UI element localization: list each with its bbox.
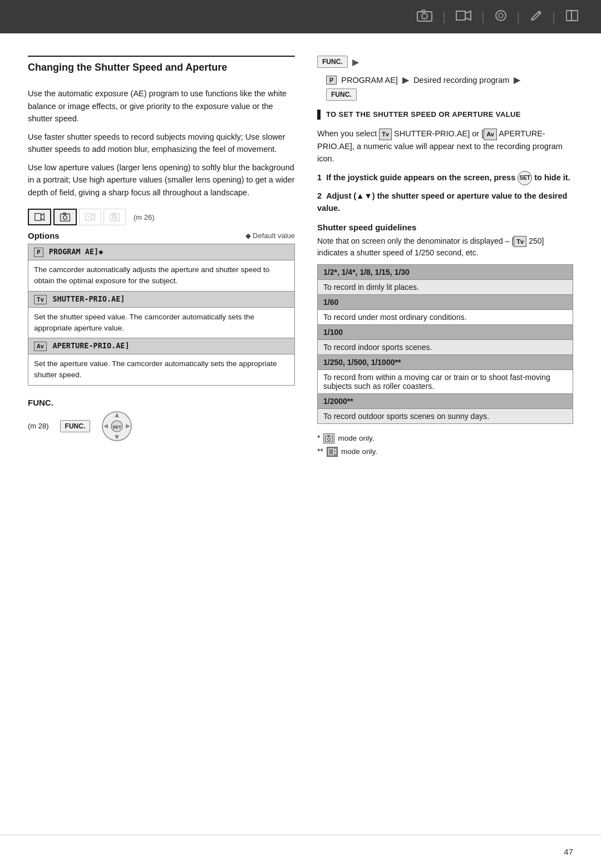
option-group-3: Av APERTURE-PRIO.AE] Set the aperture va… xyxy=(28,338,295,386)
option-group-1: P PROGRAM AE]◆ The camcorder automatical… xyxy=(28,244,295,292)
speed-value-0: 1/2*, 1/4*, 1/8, 1/15, 1/30 xyxy=(318,265,573,280)
program-ae-text: PROGRAM AE] xyxy=(341,76,398,85)
camera-icon xyxy=(417,9,432,25)
svg-point-23 xyxy=(328,438,331,441)
page-ref-26: (m 26) xyxy=(134,213,155,221)
footnote-2-icon xyxy=(327,447,338,457)
arrow-right-1: ▶ xyxy=(352,57,359,67)
mode-icon-video xyxy=(28,209,51,225)
book-icon xyxy=(565,9,579,24)
right-column: FUNC. ▶ P PROGRAM AE] ▶ Desired recordin… xyxy=(317,56,573,812)
speed-desc-2: To record indoor sports scenes. xyxy=(318,340,573,355)
top-bar: | | | | xyxy=(0,0,601,33)
svg-point-3 xyxy=(496,11,506,21)
to-set-content: To set the shutter speed or aperture val… xyxy=(326,110,573,120)
tv-icon: Tv xyxy=(379,129,392,140)
svg-rect-5 xyxy=(35,214,41,221)
footnotes: * mode only. ** m xyxy=(317,432,573,458)
speed-table-header-1: 1/60 xyxy=(318,295,573,310)
speed-value-4: 1/2000** xyxy=(318,394,573,409)
default-value-text: ◆ Default value xyxy=(245,231,295,240)
speed-table-desc-0: To record in dimly lit places. xyxy=(318,280,573,295)
func-btn-right[interactable]: FUNC. xyxy=(317,56,348,68)
func-label: FUNC. xyxy=(28,398,295,407)
page-number: 47 xyxy=(564,847,573,856)
joystick-icon: SET xyxy=(101,411,132,442)
mode-icon-4 xyxy=(104,209,126,225)
guidelines-note: Note that on screen only the denominator… xyxy=(317,235,573,259)
mode-icons-row: (m 26) xyxy=(28,209,295,225)
program-ae-row-1: P PROGRAM AE] ▶ Desired recording progra… xyxy=(326,75,573,85)
footnote-1-row: * mode only. xyxy=(317,432,573,445)
speed-table-header-2: 1/100 xyxy=(318,325,573,340)
func-row-right: FUNC. ▶ xyxy=(317,56,573,68)
speed-table-desc-4: To record outdoor sports scenes on sunny… xyxy=(318,409,573,424)
func-section: FUNC. (m 28) FUNC. SET xyxy=(28,398,295,442)
set-button-icon: SET xyxy=(518,171,532,185)
step-2: 2 Adjust (▲▼) the shutter speed or apert… xyxy=(317,190,573,215)
video-icon xyxy=(456,9,471,24)
arrow-right-3: ▶ xyxy=(514,75,520,85)
speed-desc-0: To record in dimly lit places. xyxy=(318,280,573,295)
svg-line-10 xyxy=(87,215,90,219)
shutter-prio-label: Tv SHUTTER-PRIO.AE] xyxy=(34,294,125,304)
top-icons: | | | | xyxy=(417,9,579,25)
func-row: (m 28) FUNC. SET xyxy=(28,411,295,442)
body-text-1: Use the automatic exposure (AE) program … xyxy=(28,87,295,125)
body-text-2: Use faster shutter speeds to record subj… xyxy=(28,131,295,156)
svg-rect-25 xyxy=(328,448,333,455)
bottom-bar: 47 xyxy=(0,835,601,868)
mode-icon-photo xyxy=(53,209,77,225)
separator-3: | xyxy=(517,9,520,24)
mode-icon-3 xyxy=(79,209,101,225)
speed-table-header-3: 1/250, 1/500, 1/1000** xyxy=(318,355,573,370)
program-ae-label: P PROGRAM AE]◆ xyxy=(34,247,103,257)
svg-point-1 xyxy=(422,13,427,19)
accent-bar xyxy=(317,110,321,120)
option-body-aperture: Set the aperture value. The camcorder au… xyxy=(28,354,294,385)
arrow-right-2: ▶ xyxy=(402,75,409,85)
footnote-1-text: mode only. xyxy=(338,432,374,445)
func-button[interactable]: FUNC. xyxy=(60,420,91,432)
speed-table: 1/2*, 1/4*, 1/8, 1/15, 1/30To record in … xyxy=(317,264,573,424)
footnote-2-star: ** xyxy=(317,445,323,458)
speed-desc-4: To record outdoor sports scenes on sunny… xyxy=(318,409,573,424)
to-set-section: To set the shutter speed or aperture val… xyxy=(317,110,573,120)
aperture-prio-label: Av APERTURE-PRIO.AE] xyxy=(34,341,130,351)
av-icon: Av xyxy=(484,129,497,140)
svg-text:SET: SET xyxy=(112,425,121,430)
footnote-1-icon xyxy=(323,433,334,443)
options-header: Options ◆ Default value xyxy=(28,231,295,240)
svg-point-7 xyxy=(63,216,67,220)
svg-rect-6 xyxy=(61,214,70,221)
speed-table-desc-2: To record indoor sports scenes. xyxy=(318,340,573,355)
right-body-text: When you select Tv SHUTTER-PRIO.AE] or [… xyxy=(317,127,573,165)
option-header-program-ae: P PROGRAM AE]◆ xyxy=(28,244,294,260)
separator-4: | xyxy=(552,9,555,24)
guidelines-title: Shutter speed guidelines xyxy=(317,223,573,232)
option-body-shutter: Set the shutter speed value. The camcord… xyxy=(28,308,294,338)
func-btn-bottom: FUNC. xyxy=(326,88,573,101)
speed-value-3: 1/250, 1/500, 1/1000** xyxy=(318,355,573,370)
speed-value-1: 1/60 xyxy=(318,295,573,310)
circle-icon xyxy=(495,9,507,24)
speed-desc-1: To record under most ordinary conditions… xyxy=(318,310,573,325)
desired-program-text: Desired recording program xyxy=(413,76,509,85)
pencil-icon xyxy=(530,9,542,24)
speed-table-header-4: 1/2000** xyxy=(318,394,573,409)
separator-2: | xyxy=(481,9,485,24)
func-page-ref: (m 28) xyxy=(28,422,49,430)
speed-table-header-0: 1/2*, 1/4*, 1/8, 1/15, 1/30 xyxy=(318,265,573,280)
footnote-1-star: * xyxy=(317,432,320,445)
footnote-2-text: mode only. xyxy=(341,446,377,458)
footnote-2-row: ** mode only. xyxy=(317,445,573,458)
to-set-title: To set the shutter speed or aperture val… xyxy=(326,110,573,120)
svg-point-4 xyxy=(499,13,503,18)
svg-rect-11 xyxy=(110,214,120,221)
section-title: Changing the Shutter Speed and Aperture xyxy=(28,56,295,74)
speed-table-desc-3: To record from within a moving car or tr… xyxy=(318,370,573,394)
separator-1: | xyxy=(442,9,446,24)
speed-value-2: 1/100 xyxy=(318,325,573,340)
option-group-2: Tv SHUTTER-PRIO.AE] Set the shutter spee… xyxy=(28,292,295,339)
options-label: Options xyxy=(28,231,60,240)
